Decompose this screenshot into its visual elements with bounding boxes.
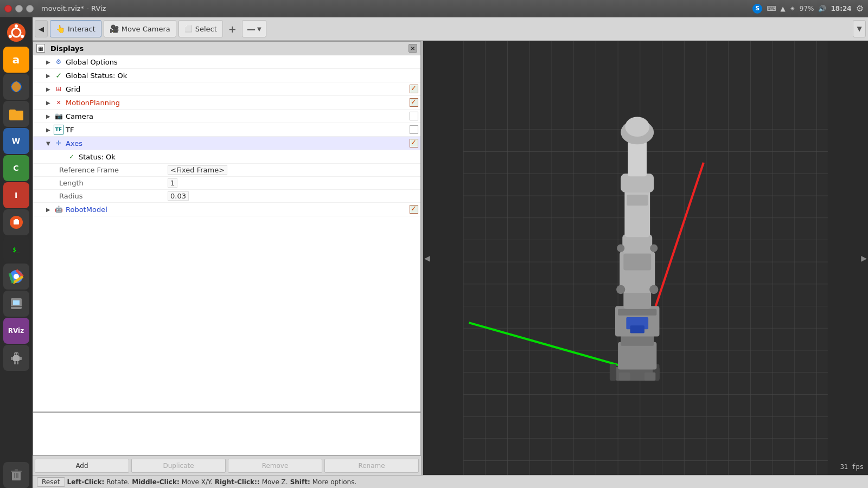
radius-value[interactable]: 0.03 [168, 191, 189, 201]
select-button[interactable]: ⬜ Select [178, 20, 223, 37]
app-robot[interactable] [3, 345, 29, 371]
svg-rect-20 [11, 357, 13, 360]
displays-header: ▦ Displays ✕ [33, 42, 420, 55]
3d-viewport[interactable]: ◀ ▶ 31 fps [423, 41, 868, 475]
expand-arrow-tf: ▶ [46, 127, 54, 133]
interact-label: Interact [68, 25, 95, 33]
middle-click-label: Middle-Click: [132, 478, 179, 486]
app-scanner[interactable] [3, 291, 29, 317]
expand-arrow-camera: ▶ [46, 113, 54, 119]
duplicate-button[interactable]: Duplicate [131, 459, 226, 473]
length-value[interactable]: 1 [168, 178, 177, 188]
axes-icon: ✛ [54, 138, 63, 148]
expand-arrow-global-status: ▶ [46, 73, 54, 79]
global-status-icon: ✓ [54, 70, 63, 80]
remove-button[interactable]: Remove [228, 459, 322, 473]
tree-item-global-options[interactable]: ▶ ⚙ Global Options [33, 55, 420, 69]
svg-rect-29 [17, 473, 18, 478]
svg-point-18 [14, 354, 16, 355]
tree-item-axes-status[interactable]: ✓ Status: Ok [33, 150, 420, 164]
right-expand-button[interactable]: ▼ [853, 20, 866, 37]
robot-model-icon: 🤖 [54, 204, 63, 214]
tf-checkbox[interactable] [410, 125, 418, 134]
maximize-button[interactable] [26, 5, 34, 12]
tree-item-tf[interactable]: ▶ TF TF [33, 123, 420, 137]
svg-rect-87 [619, 373, 630, 381]
settings-icon: ⚙ [856, 3, 864, 14]
global-options-label: Global Options [66, 58, 418, 66]
svg-rect-22 [14, 361, 16, 364]
left-click-label: Left-Click: [67, 478, 105, 486]
tree-item-motion-planning[interactable]: ▶ ✕ MotionPlanning [33, 96, 420, 110]
shift-action: More options. [312, 478, 357, 486]
viewport-right-arrow[interactable]: ▶ [860, 252, 868, 265]
expand-arrow-grid: ▶ [46, 86, 54, 92]
reset-button[interactable]: Reset [37, 477, 65, 487]
svg-rect-77 [627, 195, 648, 206]
app-rviz[interactable]: RViz [3, 318, 29, 344]
main-container: a W C I $_ [0, 17, 868, 488]
app-amazon[interactable]: a [3, 47, 29, 73]
move-camera-button[interactable]: 🎥 Move Camera [104, 20, 176, 37]
app-writer[interactable]: W [3, 128, 29, 154]
app-files[interactable] [3, 101, 29, 127]
app-calc[interactable]: C [3, 155, 29, 181]
camera-label: Camera [66, 112, 410, 120]
tree-item-camera[interactable]: ▶ 📷 Camera [33, 110, 420, 123]
svg-point-86 [650, 245, 658, 252]
app-chromium[interactable] [3, 264, 29, 290]
rename-button[interactable]: Rename [324, 459, 419, 473]
tf-label: TF [66, 126, 410, 134]
displays-panel: ▦ Displays ✕ ▶ ⚙ Global Options [33, 41, 421, 412]
right-click-action: Move Z. [262, 478, 288, 486]
grid-checkbox[interactable] [410, 85, 418, 93]
viewport-left-arrow[interactable]: ◀ [423, 252, 431, 265]
tree-item-robot-model[interactable]: ▶ 🤖 RobotModel [33, 203, 420, 216]
displays-close-button[interactable]: ✕ [409, 44, 417, 53]
back-button[interactable]: ◀ [35, 20, 48, 37]
camera-item-icon: 📷 [54, 111, 63, 121]
app-software[interactable] [3, 209, 29, 235]
reference-frame-value[interactable]: <Fixed Frame> [168, 165, 227, 175]
minimize-button[interactable] [15, 5, 23, 12]
motion-planning-icon: ✕ [54, 98, 63, 107]
select-label: Select [195, 25, 217, 33]
tree-item-global-status[interactable]: ▶ ✓ Global Status: Ok [33, 69, 420, 82]
app-firefox[interactable] [3, 74, 29, 100]
tree-item-axes[interactable]: ▼ ✛ Axes [33, 137, 420, 150]
axes-checkbox[interactable] [410, 139, 418, 147]
tree-item-grid[interactable]: ▶ ⊞ Grid [33, 82, 420, 96]
close-button[interactable] [4, 5, 12, 12]
global-options-icon: ⚙ [54, 57, 63, 67]
robot-model-checkbox[interactable] [410, 205, 418, 214]
app-trash[interactable] [3, 462, 29, 488]
svg-rect-15 [11, 306, 22, 307]
move-camera-label: Move Camera [122, 25, 170, 33]
add-tool-button[interactable]: + [225, 23, 240, 35]
clock: 18:24 [831, 5, 851, 12]
left-click-action: Rotate. [106, 478, 130, 486]
svg-rect-28 [16, 473, 17, 478]
ubuntu-logo-button[interactable] [3, 20, 29, 46]
select-icon: ⬜ [184, 25, 193, 33]
bluetooth-icon: ✴ [790, 5, 795, 12]
axes-status-label: Status: Ok [79, 153, 418, 161]
app-impress[interactable]: I [3, 182, 29, 208]
add-button[interactable]: Add [35, 459, 129, 473]
svg-rect-65 [610, 364, 616, 381]
interact-button[interactable]: 👆 Interact [50, 20, 101, 37]
line-tool-button[interactable]: — ▼ [242, 20, 266, 37]
interact-icon: 👆 [56, 24, 65, 33]
motion-planning-checkbox[interactable] [410, 98, 418, 107]
displays-header-left: ▦ Displays [36, 44, 84, 53]
expand-arrow-motion-planning: ▶ [46, 100, 54, 106]
camera-checkbox[interactable] [410, 112, 418, 120]
property-length: Length 1 [33, 177, 420, 190]
keyboard-icon: ⌨ [767, 5, 776, 12]
reference-frame-label: Reference Frame [59, 166, 168, 174]
toolbar: ◀ 👆 Interact 🎥 Move Camera ⬜ Select + — … [33, 17, 868, 41]
length-label: Length [59, 179, 168, 187]
app-terminal[interactable]: $_ [3, 236, 29, 262]
global-status-label: Global Status: Ok [66, 72, 418, 80]
action-buttons: Add Duplicate Remove Rename [33, 455, 421, 475]
